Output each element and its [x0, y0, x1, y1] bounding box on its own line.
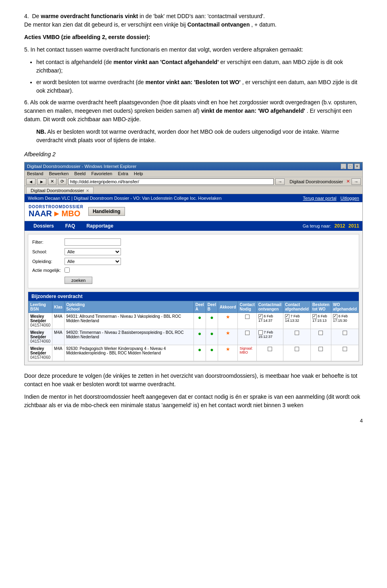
portal-link[interactable]: Terug naar portal: [303, 196, 336, 201]
app-header-actions: Terug naar portal Uitloggen: [303, 196, 359, 201]
opleiding-select[interactable]: Alle: [64, 258, 121, 265]
minimize-btn[interactable]: _: [341, 164, 346, 169]
contact-nodig-cb-2[interactable]: [245, 331, 250, 335]
close-btn[interactable]: ✕: [354, 164, 360, 169]
refresh-btn[interactable]: ⟳: [58, 178, 67, 185]
logout-link[interactable]: Uitloggen: [341, 196, 359, 201]
handleiding-btn[interactable]: Handleiding: [88, 207, 125, 216]
app-wrapper: Welkom Decaan VLC | Digitaal Doorstroom …: [25, 194, 362, 365]
app-body: Filter: School: Alle Opleiding: Alle: [25, 231, 362, 365]
contactmail-cb-1[interactable]: [258, 314, 263, 319]
logo-prefix: DOORSTROOMDOSSIER: [29, 205, 83, 209]
logo-main: NAAR ► MBO: [29, 209, 83, 218]
contact-nodig-cb-1[interactable]: [245, 315, 250, 319]
contactmail-cb-2[interactable]: [258, 330, 263, 335]
paragraph-nb: NB. Als er besloten wordt tot warme over…: [36, 128, 363, 145]
paragraph-4: 4. De warme overdracht functionaris vink…: [24, 12, 363, 29]
nb-text: Als er besloten wordt tot warme overdrac…: [36, 128, 339, 143]
cell-leerling-3: WesleySneijder 041574060: [29, 345, 52, 361]
wo-afg-cb-1[interactable]: [333, 314, 337, 319]
menu-bewerken[interactable]: Bewerken: [49, 171, 69, 176]
address-bar[interactable]: [68, 178, 274, 185]
wo-afg-cb-2[interactable]: [343, 331, 347, 335]
cell-leerling-1: WesleySneijder 041574060: [29, 313, 52, 329]
browser-menubar: Bestand Bewerken Beeld Favorieten Extra …: [25, 170, 362, 177]
besloten-cb-1[interactable]: [312, 314, 317, 319]
bullet1-bold: mentor vinkt aan 'Contact afgehandeld': [113, 59, 218, 65]
browser-title: Digitaal Doorstroomdossier - Windows Int…: [27, 164, 136, 169]
browser-tabs: Digitaal Doorstroomdossier ✕: [25, 186, 362, 194]
browser-tab-ddd[interactable]: Digitaal Doorstroomdossier ✕: [26, 187, 94, 194]
browser-titlebar: Digitaal Doorstroomdossier - Windows Int…: [25, 162, 362, 170]
table-row: WesleySneijder 041574060 M4A 94931: Allr…: [29, 313, 359, 329]
browser-window: Digitaal Doorstroomdossier - Windows Int…: [24, 162, 363, 365]
th-leerling: LeerlingBSN: [29, 301, 52, 313]
menu-extra[interactable]: Extra: [118, 171, 128, 176]
cell-besloten-3: [310, 345, 331, 361]
cell-contact-afg-1: 7 Feb14:13:32: [283, 313, 310, 329]
menu-help[interactable]: Help: [134, 171, 143, 176]
contact-afg-cb-1[interactable]: [285, 314, 289, 319]
cell-deelB-3: ●: [206, 345, 218, 361]
deelB-check-2: ●: [210, 330, 213, 337]
menu-beeld[interactable]: Beeld: [74, 171, 85, 176]
paragraph-5: 5. In het contact tussen warme overdrach…: [24, 46, 363, 54]
deelB-check-3: ●: [210, 346, 213, 353]
browser-window-controls[interactable]: _ □ ✕: [341, 164, 360, 169]
filter-row-actie: Actie mogelijk:: [32, 267, 355, 273]
maximize-btn[interactable]: □: [347, 164, 353, 169]
app-nav-right: Ga terug naar: 2012 2011: [303, 223, 359, 229]
search-go-btn[interactable]: →: [352, 178, 361, 185]
search-close-icon[interactable]: ✕: [346, 179, 350, 184]
filter-input[interactable]: [64, 238, 121, 246]
wo-afg-cb-3[interactable]: [343, 347, 347, 351]
bullet2-bold: mentor vinkt aan: 'Besloten tot WO': [146, 79, 241, 85]
cell-opleiding-3: 92630: Pedagogisch Werker Kinderopvang 4…: [64, 345, 194, 361]
cell-klas-2: M4A: [52, 329, 64, 345]
cell-contact-nodig-2: [238, 329, 256, 345]
school-select[interactable]: Alle: [64, 248, 121, 255]
table-section: Bijzondere overdracht LeerlingBSN Klas O…: [28, 292, 359, 362]
contactmail-cb-3[interactable]: [268, 347, 272, 351]
besloten-cb-3[interactable]: [318, 347, 323, 351]
app-header: Welkom Decaan VLC | Digitaal Doorstroom …: [25, 194, 362, 202]
menu-bestand[interactable]: Bestand: [27, 171, 43, 176]
year-2011[interactable]: 2011: [348, 223, 359, 229]
tab-close-icon[interactable]: ✕: [86, 188, 89, 193]
cell-deelB-2: ●: [206, 329, 218, 345]
footer-paragraph-1: Door deze procedure te volgen (de vinkje…: [24, 372, 363, 389]
cell-contact-nodig-3: Signaal:MBO: [238, 345, 256, 361]
th-deelB: DeelB: [206, 301, 218, 313]
back-btn[interactable]: ◄: [26, 178, 35, 185]
filter-section: Filter: School: Alle Opleiding: Alle: [28, 234, 359, 288]
cell-opleiding-1: 94931: Allround Timmerman - Niveau 3 Vak…: [64, 313, 194, 329]
table-title: Bijzondere overdracht: [28, 292, 359, 301]
contact-afg-cb-3[interactable]: [295, 347, 299, 351]
paragraph-6: 6. Als ook de warme overdracht heeft pla…: [24, 98, 363, 124]
th-besloten: Beslotentot WO: [310, 301, 331, 313]
filter-row-filter: Filter:: [32, 238, 355, 246]
address-input[interactable]: [70, 179, 272, 184]
contact-afg-cb-2[interactable]: [295, 331, 299, 335]
nav-dossiers[interactable]: Dossiers: [28, 221, 60, 231]
app-logo: DOORSTROOMDOSSIER NAAR ► MBO: [29, 205, 83, 218]
nav-faq[interactable]: FAQ: [60, 221, 81, 231]
item5-text: In het contact tussen warme overdracht f…: [31, 46, 303, 53]
actie-checkbox[interactable]: [64, 267, 70, 273]
forward-btn[interactable]: ►: [37, 178, 46, 185]
go-btn[interactable]: →: [275, 178, 285, 185]
item4-prefix: 4. De: [24, 13, 41, 19]
year-2012[interactable]: 2012: [335, 223, 345, 229]
nav-rapportage[interactable]: Rapportage: [81, 221, 119, 231]
besloten-cb-2[interactable]: [318, 331, 323, 335]
stop-btn[interactable]: ✕: [48, 178, 56, 185]
cell-contact-nodig-1: [238, 313, 256, 329]
akkoord-star-1: ★: [226, 314, 230, 320]
search-btn[interactable]: zoeken: [64, 277, 92, 284]
menu-favorieten[interactable]: Favorieten: [91, 171, 112, 176]
akkoord-star-2: ★: [226, 330, 230, 336]
cell-wo-afg-3: [331, 345, 359, 361]
browser-toolbar: ◄ ► ✕ ⟳ → Digitaal Doorstroomdossier ✕ →: [25, 177, 362, 186]
search-label: Digitaal Doorstroomdossier: [289, 179, 343, 184]
cell-leerling-2: WesleySneijder 041574060: [29, 329, 52, 345]
